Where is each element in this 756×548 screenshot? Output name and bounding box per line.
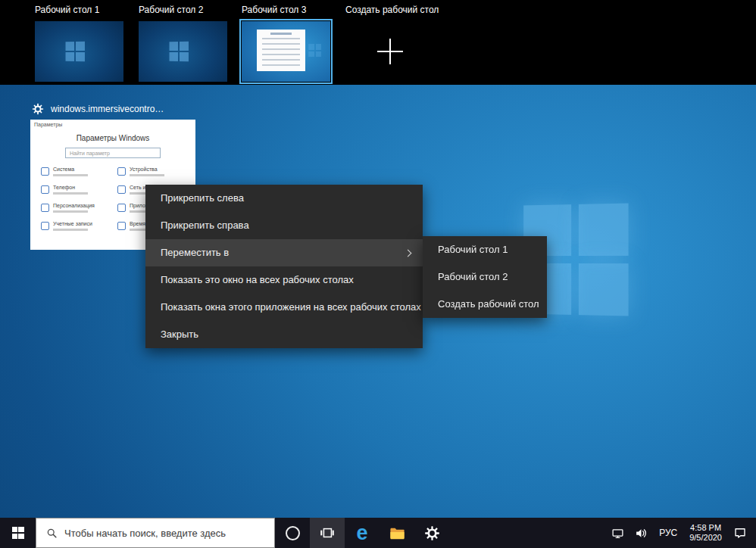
- new-desktop-label: Создать рабочий стол: [345, 5, 439, 15]
- menu-item-close[interactable]: Закрыть: [145, 321, 423, 348]
- windows-logo-icon: [308, 44, 321, 57]
- windows-logo-icon: [170, 42, 189, 62]
- screen: Рабочий стол 1 Рабочий стол 2 Рабочий ст…: [0, 0, 756, 548]
- desktop-label: Рабочий стол 1: [35, 5, 123, 15]
- menu-item-show-app-windows-all-desktops[interactable]: Показать окна этого приложения на всех р…: [145, 294, 423, 321]
- category-icon: [41, 204, 49, 212]
- network-button[interactable]: [606, 518, 629, 548]
- cortana-icon: [286, 526, 300, 540]
- desktop-group-2: Рабочий стол 2: [134, 5, 227, 82]
- task-view-button[interactable]: [310, 518, 345, 548]
- edge-icon: e: [356, 523, 367, 543]
- settings-window-mini: [257, 30, 305, 71]
- edge-button[interactable]: e: [345, 518, 380, 548]
- settings-category-tile: Система: [41, 167, 114, 176]
- desktop-label: Рабочий стол 3: [242, 5, 330, 15]
- file-explorer-button[interactable]: [380, 518, 414, 548]
- desktop-label: Рабочий стол 2: [139, 5, 227, 15]
- move-to-submenu: Рабочий стол 1 Рабочий стол 2 Создать ра…: [423, 236, 547, 318]
- task-view-icon: [320, 525, 335, 540]
- submenu-arrow-icon: [405, 249, 412, 257]
- settings-window-caption: Параметры: [34, 122, 62, 127]
- settings-search-box: Найти параметр: [65, 148, 161, 158]
- settings-home-title: Параметры Windows: [30, 134, 195, 142]
- settings-app-icon: [32, 103, 44, 115]
- cortana-button[interactable]: [275, 518, 310, 548]
- category-icon: [41, 167, 49, 176]
- plus-icon: [377, 39, 403, 64]
- virtual-desktops-bar: Рабочий стол 1 Рабочий стол 2 Рабочий ст…: [0, 0, 756, 85]
- menu-item-snap-right[interactable]: Прикрепить справа: [145, 212, 423, 239]
- taskbar-spacer: [449, 518, 606, 548]
- desktop-group-1: Рабочий стол 1: [30, 5, 123, 82]
- settings-category-tile: Устройства: [117, 167, 191, 176]
- menu-item-show-window-all-desktops[interactable]: Показать это окно на всех рабочих столах: [145, 266, 423, 294]
- submenu-item-new-desktop[interactable]: Создать рабочий стол: [423, 291, 547, 318]
- network-icon: [611, 527, 624, 540]
- action-center-icon: [733, 526, 747, 540]
- settings-category-tile: Персонализация: [41, 203, 114, 213]
- desktop-thumbnail-3-selected[interactable]: [242, 21, 330, 82]
- start-button[interactable]: [0, 518, 36, 548]
- desktop-group-new: Создать рабочий стол: [341, 5, 439, 82]
- category-icon: [117, 204, 126, 212]
- system-tray: РУС 4:58 PM 9/5/2020: [606, 518, 756, 548]
- window-preview-header: windows.immersivecontro…: [32, 103, 164, 115]
- taskbar-search-box[interactable]: [36, 518, 275, 548]
- window-preview-title: windows.immersivecontro…: [51, 104, 164, 114]
- category-icon: [117, 185, 126, 194]
- windows-start-icon: [12, 527, 24, 539]
- desktop-group-3: Рабочий стол 3: [237, 5, 330, 82]
- settings-category-tile: Учетные записи: [41, 221, 114, 231]
- taskbar: e РУС 4:58 PM 9/5/2020: [0, 518, 756, 548]
- desktop-thumbnail-1[interactable]: [35, 21, 123, 82]
- settings-button[interactable]: [414, 518, 449, 548]
- volume-icon: [635, 527, 648, 540]
- submenu-item-desktop-1[interactable]: Рабочий стол 1: [423, 236, 547, 263]
- submenu-item-desktop-2[interactable]: Рабочий стол 2: [423, 263, 547, 291]
- action-center-button[interactable]: [728, 518, 756, 548]
- desktop-wallpaper: windows.immersivecontro… Параметры Парам…: [0, 85, 756, 518]
- menu-item-snap-left[interactable]: Прикрепить слева: [145, 185, 423, 212]
- gear-icon: [424, 525, 440, 541]
- new-desktop-button[interactable]: [345, 21, 435, 82]
- clock[interactable]: 4:58 PM 9/5/2020: [683, 518, 728, 548]
- search-input[interactable]: [64, 528, 254, 539]
- language-indicator[interactable]: РУС: [653, 518, 683, 548]
- settings-category-tile: Телефон: [41, 185, 114, 195]
- menu-item-move-to[interactable]: Переместить в: [145, 239, 423, 266]
- clock-time: 4:58 PM: [689, 523, 722, 533]
- context-menu: Прикрепить слева Прикрепить справа Перем…: [145, 185, 423, 348]
- category-icon: [117, 222, 126, 230]
- category-icon: [117, 167, 126, 176]
- category-icon: [41, 185, 49, 194]
- file-explorer-icon: [389, 525, 406, 542]
- desktop-thumbnail-2[interactable]: [139, 21, 227, 82]
- volume-button[interactable]: [629, 518, 653, 548]
- clock-date: 9/5/2020: [689, 533, 722, 543]
- category-icon: [41, 222, 49, 230]
- search-icon: [46, 528, 58, 539]
- windows-logo-icon: [66, 42, 85, 62]
